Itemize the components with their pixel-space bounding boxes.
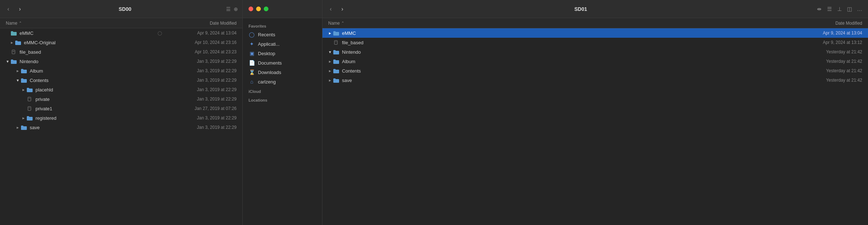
right-back-button[interactable]: ‹ [327,5,335,13]
save-name: save [30,125,164,130]
locations-label: Locations [243,95,322,104]
right-emmc-date: Apr 9, 2024 at 13:04 [790,30,862,36]
registered-name: registered [36,115,164,121]
right-nintendo-folder-icon [333,49,340,54]
rocket-icon: ✦ [249,41,255,47]
grid-view-icon[interactable]: ⊕ [234,6,238,12]
left-row-registered[interactable]: ► registered Jan 3, 2019 at 22:29 [0,113,242,123]
right-contents-date: Yesterday at 21:42 [790,68,862,73]
right-col-headers: Name ⌃ Date Modified [322,18,868,28]
sidebar-item-recents[interactable]: ◯ Recents [243,30,322,39]
sidebar-item-applications[interactable]: ✦ Applicati... [243,39,322,49]
private1-icon [27,106,33,111]
svg-rect-5 [28,106,31,110]
right-contents-chevron: ► [328,69,333,73]
nintendo-name: Nintendo [20,59,164,64]
left-panel-title: SD00 [28,6,222,12]
sidebar-item-documents[interactable]: 📄 Documents [243,58,322,68]
icon-view-icon[interactable]: ⇼ [815,6,823,12]
right-nintendo-date: Yesterday at 21:42 [790,49,862,54]
right-album-date: Yesterday at 21:42 [790,59,862,64]
icloud-label: iCloud [243,86,322,95]
left-col-date-header[interactable]: Date Modified [164,21,237,26]
right-emmc-chevron: ► [328,31,333,35]
left-row-emmc[interactable]: eMMC ◯ Apr 9, 2024 at 13:04 [0,28,242,38]
private1-name: private1 [36,106,164,111]
emmc-original-name: eMMC-Original [24,40,164,45]
left-back-button[interactable]: ‹ [4,5,12,13]
right-col-name-header[interactable]: Name ⌃ [328,21,790,26]
left-row-private1[interactable]: private1 Jan 27, 2019 at 07:26 [0,104,242,113]
sidebar-item-desktop[interactable]: ▣ Desktop [243,49,322,58]
home-icon: ⌂ [249,79,255,85]
right-row-contents[interactable]: ► Contents Yesterday at 21:42 [322,66,868,75]
downloads-label: Downloads [258,70,316,75]
svg-rect-3 [28,97,31,101]
right-nintendo-chevron: ▼ [328,50,333,54]
left-row-private[interactable]: private Jan 3, 2019 at 22:29 [0,94,242,104]
emmc-loading: ◯ [158,31,162,36]
left-col-name-header[interactable]: Name ⌃ [6,21,164,26]
gallery-view-icon[interactable]: ◫ [846,6,854,12]
right-file-based-icon [333,40,340,45]
right-row-nintendo[interactable]: ▼ Nintendo Yesterday at 21:42 [322,47,868,57]
right-row-emmc[interactable]: ► eMMC Apr 9, 2024 at 13:04 [322,28,868,38]
column-view-icon[interactable]: ⊥ [835,6,843,12]
left-row-album[interactable]: ► Album Jan 3, 2019 at 22:29 [0,66,242,75]
file-based-icon [11,49,17,54]
right-row-album[interactable]: ► Album Yesterday at 21:42 [322,57,868,66]
emmc-original-date: Apr 10, 2024 at 23:16 [164,40,237,45]
more-view-icon[interactable]: … [856,6,864,12]
sidebar-traffic-lights [243,0,322,18]
left-row-save[interactable]: ► save Jan 3, 2019 at 22:29 [0,123,242,132]
right-album-folder-icon [333,59,340,64]
left-row-emmc-original[interactable]: ► eMMC-Original Apr 10, 2024 at 23:16 [0,38,242,47]
right-col-date-header[interactable]: Date Modified [790,21,862,26]
emmc-folder-icon [11,30,17,36]
right-nintendo-name: Nintendo [342,49,790,55]
placehld-folder-icon [27,87,33,92]
private-name: private [36,97,164,102]
svg-rect-0 [12,50,15,54]
save-folder-icon [21,125,28,130]
maximize-button[interactable] [264,7,268,11]
right-forward-button[interactable]: › [338,5,346,13]
emmc-date: Apr 9, 2024 at 13:04 [164,30,237,36]
right-save-name: save [342,78,790,83]
right-row-file-based[interactable]: file_based Apr 9, 2024 at 13:12 [322,38,868,47]
desktop-icon: ▣ [249,50,255,56]
right-row-save[interactable]: ► save Yesterday at 21:42 [322,75,868,85]
contents-chevron: ▼ [16,78,21,82]
list-view-icon[interactable]: ☰ [226,6,231,12]
placehld-name: placehld [36,87,164,93]
album-folder-icon [21,68,28,73]
left-forward-button[interactable]: › [16,5,24,13]
emmc-original-chevron: ► [10,41,15,45]
right-panel-title: SD01 [350,6,811,12]
private-icon [27,97,33,102]
favorites-label: Favorites [243,21,322,30]
right-save-date: Yesterday at 21:42 [790,78,862,83]
nintendo-folder-icon [11,59,17,64]
left-row-placehld[interactable]: ► placehld Jan 3, 2019 at 22:29 [0,85,242,94]
left-col-headers: Name ⌃ Date Modified [0,18,242,28]
left-panel: ‹ › SD00 ☰ ⊕ Name ⌃ Date Modified eMMC ◯… [0,0,243,225]
left-row-nintendo[interactable]: ▼ Nintendo Jan 3, 2019 at 22:29 [0,57,242,66]
right-file-list: ► eMMC Apr 9, 2024 at 13:04 file_based A… [322,28,868,225]
right-emmc-name: eMMC [342,30,790,36]
left-row-contents[interactable]: ▼ Contents Jan 3, 2019 at 22:29 [0,75,242,85]
right-album-chevron: ► [328,60,333,64]
left-row-file-based[interactable]: file_based Apr 10, 2024 at 23:23 [0,47,242,57]
registered-chevron: ► [22,116,27,120]
right-file-based-name: file_based [342,40,790,45]
right-contents-name: Contents [342,68,790,74]
album-date: Jan 3, 2019 at 22:29 [164,68,237,73]
close-button[interactable] [249,7,253,11]
private1-date: Jan 27, 2019 at 07:26 [164,106,237,111]
registered-date: Jan 3, 2019 at 22:29 [164,115,237,120]
sidebar-item-downloads[interactable]: ⌛ Downloads [243,68,322,77]
minimize-button[interactable] [256,7,261,11]
svg-rect-7 [334,40,337,44]
list-view-icon-right[interactable]: ☰ [825,6,833,12]
sidebar-item-carlzeng[interactable]: ⌂ carlzeng [243,77,322,86]
